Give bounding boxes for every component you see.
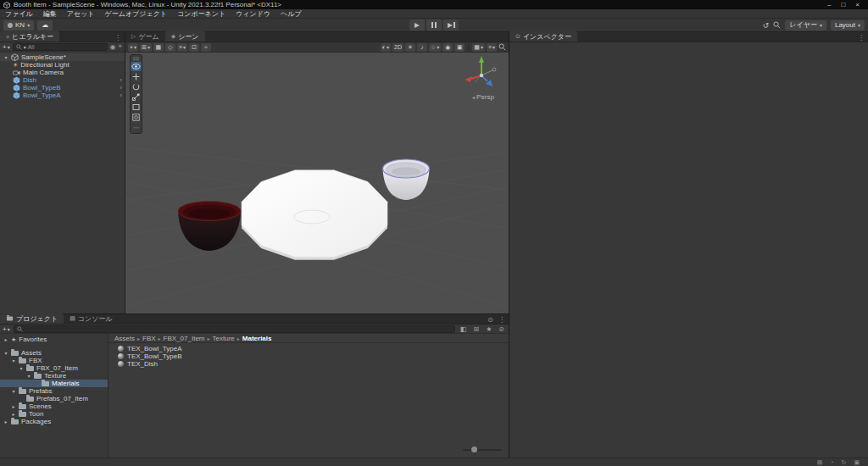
chevron-down-icon[interactable]: ▾ — [3, 54, 8, 60]
more-tools-button[interactable]: ⋯ — [131, 123, 142, 132]
thumbnail-size-slider[interactable] — [463, 446, 502, 453]
asset-tex-dish[interactable]: TEX_Dish — [108, 360, 509, 368]
chevron-down-icon[interactable]: ▾ — [11, 388, 16, 394]
cloud-services-button[interactable]: ☁ — [37, 20, 53, 31]
layers-dropdown[interactable]: レイヤー ▾ — [785, 20, 826, 31]
hierarchy-search-input[interactable]: ▾ All — [13, 43, 108, 51]
tree-item-scenes[interactable]: ▸ Scenes — [0, 402, 108, 410]
scene-3d-canvas[interactable] — [125, 53, 509, 313]
pause-button[interactable] — [426, 19, 442, 31]
status-progress-icon[interactable]: ◔ — [830, 459, 833, 465]
transform-tool-button[interactable] — [131, 113, 142, 122]
dish-plate-3d[interactable] — [242, 170, 387, 260]
chevron-down-icon[interactable]: ▾ — [26, 373, 31, 379]
menu-window[interactable]: ウィンドウ — [231, 9, 275, 19]
ortho-toggle-button[interactable]: ⊡ — [189, 43, 199, 52]
hierarchy-item-bowl-typea[interactable]: Bowl_TypeA › — [0, 92, 125, 99]
menu-assets[interactable]: アセット — [62, 9, 100, 19]
scene-lighting-toggle[interactable]: ☀ — [405, 43, 415, 52]
snap-increment-button[interactable]: ◇ — [165, 43, 175, 52]
scene-audio-toggle[interactable]: ♪ — [417, 43, 427, 52]
scale-tool-button[interactable] — [131, 92, 142, 102]
menu-gameobject[interactable]: ゲームオブジェクト — [100, 9, 173, 19]
status-refresh-icon[interactable]: ↻ — [842, 459, 847, 466]
chevron-down-icon[interactable]: ▾ — [11, 358, 16, 363]
handle-rotation-dropdown[interactable]: ⊞▾ — [140, 43, 152, 52]
breadcrumb-assets[interactable]: Assets — [114, 335, 135, 342]
undo-history-icon[interactable]: ↺ — [763, 20, 770, 31]
prefab-expand-icon[interactable]: › — [120, 84, 125, 92]
asset-tex-bowl-typeb[interactable]: TEX_Bowl_TypeB — [108, 352, 509, 360]
rect-tool-button[interactable] — [131, 103, 142, 112]
handle-position-dropdown[interactable]: ⌖▾ — [128, 43, 138, 52]
rotate-tool-button[interactable] — [131, 82, 142, 92]
menu-file[interactable]: ファイル — [0, 9, 38, 19]
status-log-icon[interactable]: ▤ — [817, 459, 823, 466]
chevron-right-icon[interactable]: ▸ — [3, 336, 8, 342]
tab-hierarchy[interactable]: ≡ ヒエラルキー — [0, 31, 59, 42]
tab-scene[interactable]: ◈ シーン — [165, 31, 205, 42]
tree-item-fbx[interactable]: ▾ FBX — [0, 357, 108, 364]
breadcrumb-texture[interactable]: Texture — [213, 335, 235, 342]
tab-project[interactable]: プロジェクト — [0, 313, 64, 324]
chevron-right-icon[interactable]: ▸ — [11, 411, 16, 417]
maximize-button[interactable]: □ — [841, 0, 845, 9]
tree-item-prefabs-07-item[interactable]: Prefabs_07_Item — [0, 395, 108, 402]
hierarchy-item-main-camera[interactable]: Main Camera — [0, 69, 125, 76]
hierarchy-item-dish[interactable]: Dish › — [0, 76, 125, 84]
account-dropdown[interactable]: KN ▾ — [3, 20, 34, 31]
tree-item-materials[interactable]: Materials — [0, 380, 108, 387]
inspector-menu-icon[interactable]: ⋮ — [858, 34, 865, 42]
project-lock-icon[interactable]: ⊙ — [487, 316, 493, 324]
menu-edit[interactable]: 編集 — [38, 9, 62, 19]
hierarchy-item-directional-light[interactable]: ☀ Directional Light — [0, 61, 125, 69]
hierarchy-scene-header[interactable]: ▾ SampleScene* — [0, 53, 125, 61]
grid-visibility-dropdown[interactable]: ▦▾ — [472, 43, 485, 52]
hidden-objects-toggle[interactable]: ◉ — [442, 43, 453, 52]
gizmo-persp-label[interactable]: ◂ Persp — [461, 93, 505, 101]
tree-item-packages[interactable]: ▸ Packages — [0, 418, 108, 425]
layout-dropdown[interactable]: Layout ▾ — [831, 20, 865, 31]
tree-item-toon[interactable]: ▸ Toon — [0, 410, 108, 418]
tab-inspector[interactable]: ⊙ インスペクター — [509, 31, 577, 42]
draw-mode-dropdown[interactable]: ◐▾ — [381, 43, 391, 52]
tab-game[interactable]: ▷ ゲーム — [125, 31, 165, 42]
create-asset-button[interactable]: +▾ — [3, 325, 10, 333]
chevron-down-icon[interactable]: ▾ — [3, 350, 8, 356]
tab-console[interactable]: ▤ コンソール — [64, 313, 118, 324]
close-button[interactable]: × — [855, 0, 860, 9]
breadcrumb-materials[interactable]: Materials — [242, 335, 272, 342]
camera-settings-button[interactable]: ▣ — [454, 43, 465, 52]
mode-2d-toggle[interactable]: 2D — [392, 43, 403, 52]
project-search-input[interactable] — [14, 325, 455, 333]
gizmos-dropdown[interactable]: ≡▾ — [487, 43, 497, 52]
effects-dropdown[interactable]: ☆▾ — [429, 43, 441, 52]
tree-item-fbx-07-item[interactable]: ▾ FBX_07_Item — [0, 364, 108, 372]
tree-item-texture[interactable]: ▾ Texture — [0, 372, 108, 380]
scene-viewport[interactable]: ⋯ ◂ Persp — [125, 53, 509, 313]
chevron-right-icon[interactable]: ▸ — [11, 403, 16, 409]
menu-help[interactable]: ヘルプ — [275, 9, 307, 19]
grid-snapping-button[interactable]: ▦ — [153, 43, 164, 52]
scene-search-icon[interactable] — [498, 43, 506, 51]
minimize-button[interactable]: – — [827, 0, 831, 9]
view-options-dropdown[interactable]: ≡▾ — [177, 43, 187, 52]
step-button[interactable] — [443, 19, 459, 31]
play-button[interactable] — [409, 19, 425, 31]
search-by-type-icon[interactable]: ◧ — [459, 325, 469, 333]
scene-visibility-icon[interactable]: ◉ — [110, 43, 116, 51]
create-object-button[interactable]: +▾ — [3, 43, 10, 51]
hierarchy-item-bowl-typeb[interactable]: Bowl_TypeB › — [0, 84, 125, 92]
tree-item-favorites[interactable]: ▸ ★ Favorites — [0, 336, 108, 343]
search-by-label-icon[interactable]: ⊞ — [471, 325, 481, 333]
prefab-expand-icon[interactable]: › — [120, 76, 125, 84]
view-tool-button[interactable] — [131, 62, 142, 71]
tree-item-assets[interactable]: ▾ Assets — [0, 349, 108, 357]
breadcrumb-fbx[interactable]: FBX — [142, 335, 156, 342]
tree-item-prefabs[interactable]: ▾ Prefabs — [0, 387, 108, 395]
search-filter-chevron-icon[interactable]: ▾ — [24, 44, 26, 50]
overlay-drag-handle[interactable] — [131, 56, 142, 61]
status-cache-icon[interactable]: ▣ — [854, 459, 860, 466]
scene-picking-icon[interactable]: ⌖ — [118, 42, 122, 51]
chevron-down-icon[interactable]: ▾ — [19, 365, 24, 371]
